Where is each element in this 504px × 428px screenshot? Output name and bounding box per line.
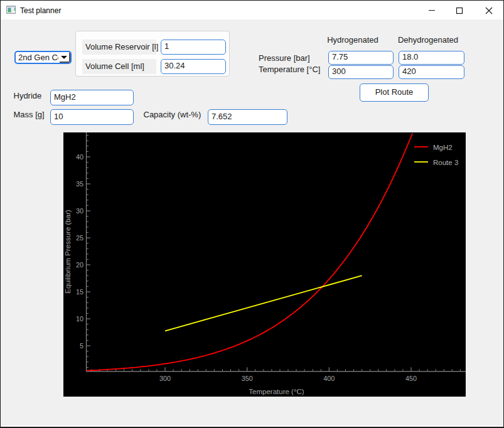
svg-text:25: 25 — [76, 234, 83, 242]
svg-text:15: 15 — [76, 288, 83, 296]
svg-text:40: 40 — [76, 153, 83, 161]
svg-text:35: 35 — [76, 180, 83, 188]
svg-text:Equilibrium Pressure (bar): Equilibrium Pressure (bar) — [64, 210, 72, 294]
svg-text:Route 3: Route 3 — [433, 159, 458, 166]
svg-text:300: 300 — [159, 375, 171, 382]
svg-text:5: 5 — [80, 342, 83, 350]
svg-text:MgH2: MgH2 — [433, 144, 453, 151]
svg-text:400: 400 — [323, 375, 335, 382]
svg-text:30: 30 — [76, 207, 83, 215]
svg-text:350: 350 — [242, 375, 253, 382]
svg-text:20: 20 — [76, 261, 83, 269]
svg-text:Temperature (°C): Temperature (°C) — [249, 388, 304, 395]
svg-text:10: 10 — [76, 315, 83, 323]
svg-text:450: 450 — [405, 375, 417, 382]
